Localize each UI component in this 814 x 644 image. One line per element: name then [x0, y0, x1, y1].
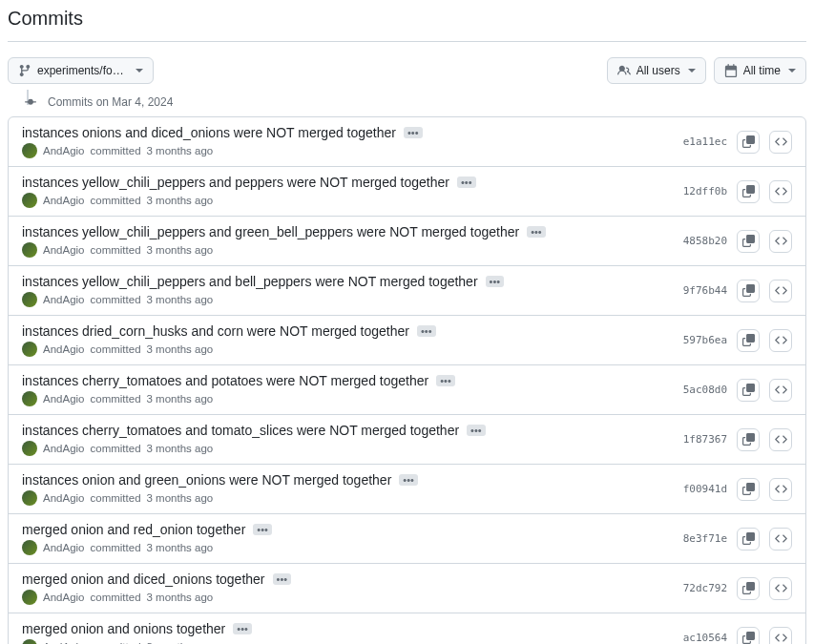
avatar[interactable]	[22, 490, 37, 506]
author-link[interactable]: AndAgio	[43, 195, 84, 206]
committed-label: committed	[90, 542, 140, 553]
commit-sha[interactable]: f00941d	[683, 483, 727, 495]
commit-row: instances cherry_tomatoes and tomato_sli…	[9, 415, 805, 465]
commit-sha[interactable]: 1f87367	[683, 433, 727, 446]
avatar[interactable]	[22, 292, 37, 307]
git-branch-icon	[18, 64, 31, 77]
expand-message-button[interactable]: •••	[457, 177, 476, 188]
author-link[interactable]: AndAgio	[43, 492, 84, 504]
committed-label: committed	[90, 343, 140, 355]
copy-sha-button[interactable]	[737, 577, 760, 600]
commit-title-link[interactable]: merged onion and diced_onions together	[22, 571, 265, 587]
copy-sha-button[interactable]	[737, 329, 760, 352]
expand-message-button[interactable]: •••	[273, 573, 292, 585]
commit-title-link[interactable]: instances yellow_chili_peppers and green…	[22, 224, 519, 239]
caret-down-icon	[136, 69, 143, 73]
commit-title-link[interactable]: merged onion and onions together	[22, 621, 225, 636]
browse-code-button[interactable]	[769, 131, 792, 154]
browse-code-button[interactable]	[769, 280, 792, 302]
avatar[interactable]	[22, 242, 37, 258]
commit-sha[interactable]: 12dff0b	[683, 185, 727, 197]
author-link[interactable]: AndAgio	[43, 592, 84, 603]
commit-title-link[interactable]: instances yellow_chili_peppers and peppe…	[22, 175, 449, 190]
commit-sha[interactable]: e1a11ec	[683, 135, 727, 148]
browse-code-button[interactable]	[769, 379, 792, 402]
commit-time: 3 months ago	[147, 443, 214, 454]
expand-message-button[interactable]: •••	[467, 425, 486, 436]
branch-selector[interactable]: experiments/food...	[8, 57, 154, 84]
commit-time: 3 months ago	[147, 492, 214, 504]
commit-sha[interactable]: ac10564	[683, 632, 727, 644]
commit-time: 3 months ago	[147, 393, 214, 405]
copy-sha-button[interactable]	[737, 131, 760, 154]
expand-message-button[interactable]: •••	[486, 276, 505, 287]
copy-sha-button[interactable]	[737, 280, 760, 302]
browse-code-button[interactable]	[769, 180, 792, 203]
browse-code-button[interactable]	[769, 528, 792, 551]
caret-down-icon	[788, 69, 796, 73]
copy-sha-button[interactable]	[737, 478, 760, 501]
commit-sha[interactable]: 4858b20	[683, 235, 727, 247]
author-link[interactable]: AndAgio	[43, 393, 84, 405]
author-link[interactable]: AndAgio	[43, 244, 84, 256]
commit-title-link[interactable]: instances cherry_tomatoes and potatoes w…	[22, 373, 428, 388]
copy-sha-button[interactable]	[737, 627, 760, 645]
expand-message-button[interactable]: •••	[253, 524, 272, 535]
commit-sha[interactable]: 72dc792	[683, 582, 727, 594]
avatar[interactable]	[22, 143, 37, 158]
commit-row: merged onion and red_onion together•••An…	[9, 514, 805, 564]
commit-sha[interactable]: 9f76b44	[683, 284, 727, 297]
author-link[interactable]: AndAgio	[43, 145, 84, 156]
browse-code-button[interactable]	[769, 329, 792, 352]
author-link[interactable]: AndAgio	[43, 542, 84, 553]
browse-code-button[interactable]	[769, 478, 792, 501]
copy-sha-button[interactable]	[737, 180, 760, 203]
commit-dot-icon	[25, 96, 36, 108]
commit-time: 3 months ago	[147, 195, 214, 206]
commit-title-link[interactable]: instances dried_corn_husks and corn were…	[22, 323, 409, 339]
users-filter[interactable]: All users	[607, 57, 706, 84]
copy-sha-button[interactable]	[737, 230, 760, 253]
expand-message-button[interactable]: •••	[417, 325, 436, 337]
expand-message-button[interactable]: •••	[527, 226, 546, 238]
author-link[interactable]: AndAgio	[43, 294, 84, 305]
commit-sha[interactable]: 5ac08d0	[683, 384, 727, 396]
commit-sha[interactable]: 8e3f71e	[683, 532, 727, 545]
users-filter-label: All users	[637, 64, 680, 77]
commit-title-link[interactable]: instances onion and green_onions were NO…	[22, 472, 391, 488]
avatar[interactable]	[22, 540, 37, 555]
avatar[interactable]	[22, 441, 37, 456]
time-filter[interactable]: All time	[714, 57, 806, 84]
copy-sha-button[interactable]	[737, 528, 760, 551]
avatar[interactable]	[22, 639, 37, 644]
commit-row: instances onions and diced_onions were N…	[9, 117, 805, 167]
author-link[interactable]: AndAgio	[43, 443, 84, 454]
people-icon	[617, 64, 631, 77]
commit-title-link[interactable]: instances onions and diced_onions were N…	[22, 125, 396, 140]
avatar[interactable]	[22, 391, 37, 406]
commit-sha[interactable]: 597b6ea	[683, 334, 727, 346]
browse-code-button[interactable]	[769, 230, 792, 253]
committed-label: committed	[90, 244, 140, 256]
expand-message-button[interactable]: •••	[436, 375, 455, 386]
author-link[interactable]: AndAgio	[43, 343, 84, 355]
commit-title-link[interactable]: instances cherry_tomatoes and tomato_sli…	[22, 423, 459, 438]
commit-time: 3 months ago	[147, 343, 214, 355]
timeline: Commits on Mar 4, 2024 instances onions …	[25, 95, 806, 644]
commit-time: 3 months ago	[147, 592, 214, 603]
expand-message-button[interactable]: •••	[233, 623, 252, 634]
avatar[interactable]	[22, 590, 37, 605]
toolbar: experiments/food... All users All time	[8, 57, 806, 84]
copy-sha-button[interactable]	[737, 379, 760, 402]
expand-message-button[interactable]: •••	[399, 474, 418, 486]
avatar[interactable]	[22, 193, 37, 208]
browse-code-button[interactable]	[769, 627, 792, 645]
date-label: Commits on Mar 4, 2024	[48, 95, 173, 109]
commit-title-link[interactable]: instances yellow_chili_peppers and bell_…	[22, 274, 478, 289]
browse-code-button[interactable]	[769, 428, 792, 451]
copy-sha-button[interactable]	[737, 428, 760, 451]
expand-message-button[interactable]: •••	[404, 127, 423, 138]
commit-title-link[interactable]: merged onion and red_onion together	[22, 522, 245, 537]
avatar[interactable]	[22, 342, 37, 357]
browse-code-button[interactable]	[769, 577, 792, 600]
